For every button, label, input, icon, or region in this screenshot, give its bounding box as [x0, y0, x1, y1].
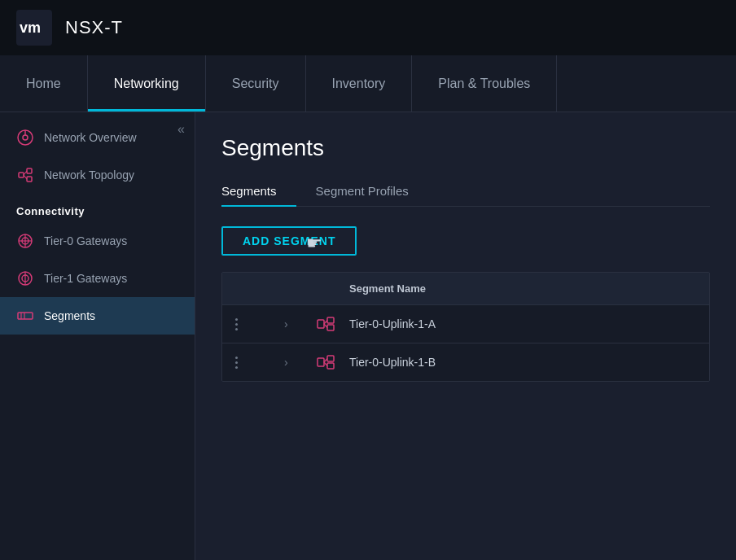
sidebar-item-tier0-gateways-label: Tier-0 Gateways: [44, 234, 127, 247]
table-header: Segment Name: [222, 273, 709, 305]
connectivity-section-label: Connectivity: [0, 194, 195, 222]
row2-actions[interactable]: [222, 343, 271, 381]
row2-icon-cell: [304, 343, 336, 381]
col-actions: [222, 273, 271, 304]
nav-tabs: Home Networking Security Inventory Plan …: [0, 55, 736, 112]
row1-expand[interactable]: ›: [271, 305, 304, 343]
row1-chevron-icon[interactable]: ›: [284, 317, 288, 330]
sidebar-item-segments-label: Segments: [44, 309, 95, 322]
svg-rect-19: [318, 320, 324, 328]
content-area: Segments Segments Segment Profiles ADD S…: [195, 112, 736, 560]
topbar: vm NSX-T: [0, 0, 736, 55]
svg-rect-5: [27, 168, 32, 173]
sidebar-item-tier1-gateways-label: Tier-1 Gateways: [44, 272, 127, 285]
dot: [235, 366, 238, 369]
row1-segment-name: Tier-0-Uplink-1-A: [336, 305, 709, 343]
page-title: Segments: [221, 135, 710, 161]
table-row: › Tier-0-Uplink-1-A: [222, 305, 709, 343]
svg-rect-20: [327, 317, 334, 323]
svg-text:vm: vm: [20, 20, 41, 36]
table-row: › Tier-0-Uplink-1-B: [222, 343, 709, 381]
sidebar-item-network-topology[interactable]: Network Topology: [0, 156, 195, 194]
dot: [235, 361, 238, 364]
tab-inventory[interactable]: Inventory: [306, 55, 413, 112]
main-layout: « Network Overview: [0, 112, 736, 560]
svg-rect-4: [19, 173, 24, 177]
tab-segments[interactable]: Segments: [221, 177, 296, 206]
vm-logo: vm: [16, 10, 52, 46]
row1-actions[interactable]: [222, 305, 271, 343]
svg-point-2: [23, 135, 28, 140]
col-expand: [271, 273, 304, 304]
segments-table: Segment Name ›: [221, 272, 710, 382]
row2-chevron-icon[interactable]: ›: [284, 356, 288, 369]
dot: [235, 357, 238, 359]
tab-networking[interactable]: Networking: [88, 55, 206, 112]
sidebar: « Network Overview: [0, 112, 195, 560]
content-tabs: Segments Segment Profiles: [221, 177, 710, 207]
svg-rect-6: [27, 177, 32, 182]
tab-security[interactable]: Security: [206, 55, 306, 112]
row2-topology-icon: [317, 355, 335, 370]
tab-segment-profiles[interactable]: Segment Profiles: [316, 177, 428, 206]
row1-dots-icon[interactable]: [235, 318, 238, 330]
network-overview-icon: [16, 129, 34, 147]
network-topology-icon: [16, 166, 34, 184]
sidebar-item-tier0-gateways[interactable]: Tier-0 Gateways: [0, 222, 195, 260]
svg-rect-25: [327, 356, 334, 361]
dot: [235, 323, 238, 326]
dot: [235, 328, 238, 330]
dot: [235, 318, 238, 321]
segments-icon: [16, 307, 34, 325]
sidebar-collapse-button[interactable]: «: [177, 122, 185, 137]
sidebar-item-tier1-gateways[interactable]: Tier-1 Gateways: [0, 260, 195, 297]
svg-rect-21: [327, 325, 334, 330]
sidebar-item-segments[interactable]: Segments: [0, 297, 195, 335]
sidebar-item-network-overview-label: Network Overview: [44, 131, 137, 144]
row2-expand[interactable]: ›: [271, 343, 304, 381]
app-title: NSX-T: [65, 17, 123, 38]
col-name: Segment Name: [336, 273, 709, 304]
sidebar-item-network-overview[interactable]: Network Overview: [0, 119, 195, 156]
col-icon: [304, 273, 336, 304]
tab-home[interactable]: Home: [0, 55, 88, 112]
svg-rect-16: [18, 313, 33, 319]
svg-rect-26: [327, 363, 334, 369]
row1-topology-icon: [317, 317, 335, 331]
svg-rect-24: [318, 358, 324, 366]
row2-dots-icon[interactable]: [235, 357, 238, 369]
tab-plan-troubles[interactable]: Plan & Troubles: [412, 55, 557, 112]
row2-segment-name: Tier-0-Uplink-1-B: [336, 343, 709, 381]
sidebar-item-network-topology-label: Network Topology: [44, 168, 134, 182]
tier1-gateway-icon: [16, 269, 34, 287]
tier0-gateway-icon: [16, 232, 34, 250]
row1-icon-cell: [304, 305, 336, 343]
add-segment-button[interactable]: ADD SEGMENT: [221, 226, 357, 256]
